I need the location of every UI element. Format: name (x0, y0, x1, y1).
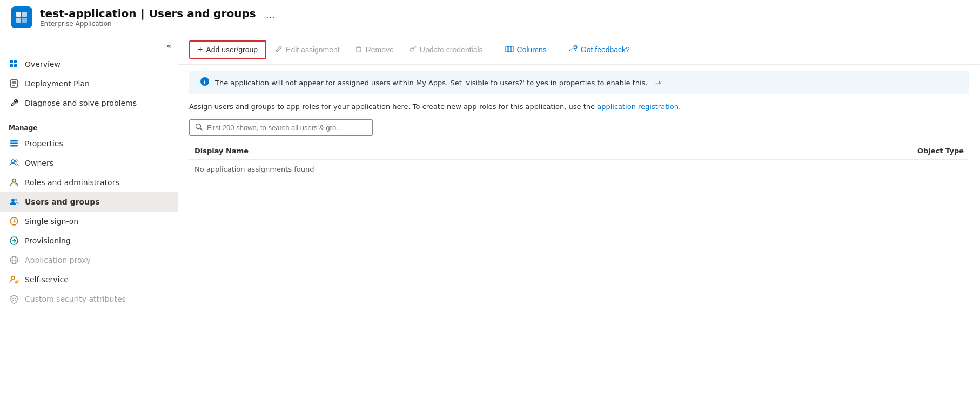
sidebar-item-roles[interactable]: Roles and administrators (0, 173, 178, 192)
sidebar-item-label: Users and groups (25, 198, 99, 206)
search-input-wrap (189, 119, 373, 136)
remove-button[interactable]: Remove (348, 42, 400, 58)
description-before: Assign users and groups to app-roles for… (189, 103, 595, 111)
svg-point-20 (15, 199, 17, 201)
info-banner: i The application will not appear for as… (189, 71, 969, 94)
svg-line-45 (200, 128, 203, 131)
svg-rect-0 (16, 12, 21, 17)
sidebar-item-label: Owners (25, 159, 53, 167)
search-icon (195, 123, 203, 132)
sidebar: « Overview Deployment Plan Diagnose and … (0, 35, 178, 415)
columns-button[interactable]: Columns (499, 42, 553, 58)
sidebar-item-label: Provisioning (25, 236, 71, 245)
people-blue-icon (9, 196, 19, 207)
svg-rect-2 (16, 18, 21, 23)
sidebar-item-custom-security: Custom security attributes (0, 289, 178, 309)
update-credentials-button[interactable]: Update credentials (402, 42, 489, 58)
sidebar-item-label: Self-service (25, 275, 69, 284)
toolbar-divider-2 (558, 43, 558, 56)
add-user-group-button[interactable]: + Add user/group (189, 40, 266, 59)
svg-rect-3 (22, 18, 27, 23)
svg-rect-30 (12, 300, 14, 301)
table-container: Display Name Object Type No application … (178, 142, 980, 179)
sidebar-item-app-proxy: Application proxy (0, 250, 178, 270)
edit-assignment-button[interactable]: Edit assignment (269, 42, 346, 58)
manage-section-label: Manage (0, 118, 178, 134)
sidebar-item-sso[interactable]: Single sign-on (0, 212, 178, 231)
svg-rect-12 (10, 140, 18, 142)
sidebar-item-label: Custom security attributes (25, 295, 126, 303)
svg-rect-7 (14, 64, 17, 67)
arrows-circle-icon (9, 235, 19, 246)
columns-icon (505, 45, 514, 55)
sidebar-item-users-groups[interactable]: Users and groups (0, 192, 178, 212)
sidebar-collapse[interactable]: « (0, 39, 178, 55)
svg-rect-5 (14, 60, 17, 63)
sidebar-item-owners[interactable]: Owners (0, 153, 178, 173)
svg-point-27 (16, 281, 18, 283)
feedback-icon (569, 45, 578, 55)
header-title-block: test-application | Users and groups Ente… (40, 7, 256, 28)
empty-table-row: No application assignments found (189, 160, 969, 179)
people-icon (9, 158, 19, 168)
svg-text:i: i (204, 79, 206, 86)
refresh-circle-icon (9, 216, 19, 227)
sidebar-divider (9, 115, 169, 115)
svg-rect-13 (10, 143, 18, 145)
plus-icon: + (198, 45, 203, 55)
sidebar-item-label: Deployment Plan (25, 79, 90, 88)
columns-label: Columns (517, 45, 547, 54)
search-container (178, 115, 980, 142)
sidebar-item-provisioning[interactable]: Provisioning (0, 231, 178, 250)
svg-rect-6 (10, 64, 13, 67)
sidebar-item-label: Overview (25, 60, 61, 69)
svg-point-16 (15, 160, 17, 162)
info-arrow: → (655, 79, 661, 87)
bars-icon (9, 138, 19, 149)
wrench-icon (9, 98, 19, 108)
collapse-icon[interactable]: « (166, 42, 171, 50)
svg-rect-31 (15, 300, 16, 301)
empty-message: No application assignments found (189, 160, 731, 179)
svg-rect-14 (10, 145, 18, 147)
object-type-header: Object Type (731, 142, 969, 160)
edit-assignment-label: Edit assignment (286, 45, 340, 54)
feedback-label: Got feedback? (581, 45, 630, 54)
svg-rect-18 (15, 183, 18, 185)
shield-grid-icon (9, 294, 19, 304)
svg-point-17 (12, 179, 16, 182)
person-settings-icon (9, 274, 19, 285)
empty-type (731, 160, 969, 179)
sidebar-item-properties[interactable]: Properties (0, 134, 178, 153)
app-subtitle: Enterprise Application (40, 20, 256, 28)
sidebar-item-label: Roles and administrators (25, 178, 119, 187)
main-content: + Add user/group Edit assignment Remove (178, 35, 980, 415)
sidebar-item-label: Properties (25, 139, 63, 148)
app-name: test-application (40, 7, 136, 20)
svg-rect-38 (511, 46, 513, 52)
sidebar-item-self-service[interactable]: Self-service (0, 270, 178, 289)
pencil-icon (275, 45, 283, 55)
svg-rect-4 (10, 60, 13, 63)
sidebar-item-label: Application proxy (25, 256, 91, 264)
svg-rect-28 (12, 298, 14, 299)
svg-rect-37 (508, 46, 511, 52)
more-options-icon[interactable]: ··· (264, 10, 277, 25)
assignments-table: Display Name Object Type No application … (189, 142, 969, 179)
app-registration-link[interactable]: application registration. (597, 103, 681, 111)
page-heading: test-application | Users and groups (40, 7, 256, 20)
feedback-button[interactable]: Got feedback? (562, 42, 636, 58)
sidebar-item-overview[interactable]: Overview (0, 55, 178, 74)
search-input[interactable] (207, 124, 367, 132)
sidebar-item-deployment[interactable]: Deployment Plan (0, 74, 178, 93)
svg-line-35 (413, 46, 416, 49)
main-layout: « Overview Deployment Plan Diagnose and … (0, 35, 980, 415)
svg-point-19 (11, 199, 15, 202)
description-text: Assign users and groups to app-roles for… (178, 94, 980, 115)
svg-point-41 (575, 47, 575, 48)
sidebar-item-diagnose[interactable]: Diagnose and solve problems (0, 93, 178, 113)
svg-rect-32 (357, 47, 361, 52)
display-name-header: Display Name (189, 142, 731, 160)
svg-point-15 (11, 160, 15, 163)
key-icon (409, 45, 417, 55)
